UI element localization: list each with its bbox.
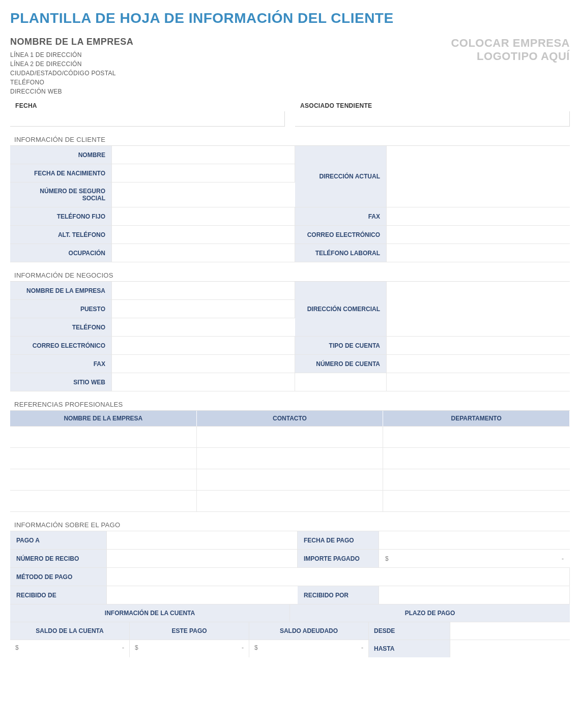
to-input[interactable] xyxy=(450,640,570,657)
biz-website-label: SITIO WEB xyxy=(10,373,112,391)
client-address-input[interactable] xyxy=(387,146,570,207)
biz-phone-input[interactable] xyxy=(112,318,295,337)
ref-hdr-contact: CONTACTO xyxy=(197,411,384,427)
biz-company-label: NOMBRE DE LA EMPRESA xyxy=(10,282,112,300)
biz-phone-label: TELÉFONO xyxy=(10,318,112,337)
amount-paid-input[interactable]: $ - xyxy=(379,549,570,567)
client-email-input[interactable] xyxy=(387,226,570,244)
pay-date-input[interactable] xyxy=(379,531,570,549)
received-by-input[interactable] xyxy=(379,586,570,604)
biz-blank-1 xyxy=(295,373,387,391)
owed-label: SALDO ADEUDADO xyxy=(249,622,369,640)
biz-fax-input[interactable] xyxy=(112,355,295,373)
client-altphone-label: ALT. TELÉFONO xyxy=(10,226,112,244)
ref-hdr-company: NOMBRE DE LA EMPRESA xyxy=(10,411,197,427)
ref-row-2-department[interactable] xyxy=(383,448,570,469)
to-label: HASTA xyxy=(369,640,450,657)
business-info-grid: NOMBRE DE LA EMPRESA DIRECCIÓN COMERCIAL… xyxy=(10,281,570,391)
pay-to-input[interactable] xyxy=(107,531,298,549)
client-info-grid: NOMBRE DIRECCIÓN ACTUAL FECHA DE NACIMIE… xyxy=(10,145,570,262)
received-from-input[interactable] xyxy=(107,586,298,604)
company-block: NOMBRE DE LA EMPRESA LÍNEA 1 DE DIRECCIÓ… xyxy=(10,37,451,97)
ref-row-3-contact[interactable] xyxy=(197,469,384,491)
client-fax-label: FAX xyxy=(295,207,387,226)
ref-row-4-contact[interactable] xyxy=(197,491,384,512)
ref-row-2-company[interactable] xyxy=(10,448,197,469)
biz-address-input[interactable] xyxy=(387,282,570,337)
ref-row-3-company[interactable] xyxy=(10,469,197,491)
section-client-info: INFORMACIÓN DE CLIENTE xyxy=(14,136,570,143)
received-from-label: RECIBIDO DE xyxy=(10,586,107,604)
amount-paid-suffix: - xyxy=(562,555,564,562)
biz-address-label: DIRECCIÓN COMERCIAL xyxy=(295,282,387,337)
client-address-label: DIRECCIÓN ACTUAL xyxy=(295,146,387,207)
logo-placeholder: COLOCAR EMPRESA LOGOTIPO AQUÍ xyxy=(451,37,570,64)
client-workphone-input[interactable] xyxy=(387,244,570,262)
client-ssn-input[interactable] xyxy=(112,183,295,207)
amount-paid-prefix: $ xyxy=(385,555,389,562)
from-input[interactable] xyxy=(450,622,570,640)
this-payment-label: ESTE PAGO xyxy=(130,622,249,640)
this-payment-input[interactable]: $ - xyxy=(130,640,249,657)
top-fields: FECHA ASOCIADO TENDIENTE xyxy=(10,102,570,127)
biz-accttype-input[interactable] xyxy=(387,337,570,355)
associate-input[interactable] xyxy=(295,111,570,127)
logo-line-2: LOGOTIPO AQUÍ xyxy=(451,50,570,63)
amount-paid-label: IMPORTE PAGADO xyxy=(298,549,379,567)
date-label: FECHA xyxy=(15,102,285,109)
client-landline-input[interactable] xyxy=(112,207,295,226)
section-references: REFERENCIAS PROFESIONALES xyxy=(14,401,570,408)
associate-label: ASOCIADO TENDIENTE xyxy=(300,102,570,109)
account-info-header: INFORMACIÓN DE LA CUENTA xyxy=(10,604,290,622)
client-workphone-label: TELÉFONO LABORAL xyxy=(295,244,387,262)
company-name: NOMBRE DE LA EMPRESA xyxy=(10,37,451,47)
biz-email-label: CORREO ELECTRÓNICO xyxy=(10,337,112,355)
client-dob-input[interactable] xyxy=(112,164,295,183)
client-landline-label: TELÉFONO FIJO xyxy=(10,207,112,226)
receipt-no-input[interactable] xyxy=(107,549,298,567)
ref-row-1-company[interactable] xyxy=(10,427,197,448)
balance-input[interactable]: $ - xyxy=(10,640,130,657)
page-title: PLANTILLA DE HOJA DE INFORMACIÓN DEL CLI… xyxy=(10,10,570,26)
company-phone: TELÉFONO xyxy=(10,79,451,86)
ref-row-2-contact[interactable] xyxy=(197,448,384,469)
ref-row-4-department[interactable] xyxy=(383,491,570,512)
biz-position-input[interactable] xyxy=(112,300,295,318)
owed-input[interactable]: $ - xyxy=(249,640,369,657)
biz-website-input[interactable] xyxy=(112,373,295,391)
section-business-info: INFORMACIÓN DE NEGOCIOS xyxy=(14,271,570,279)
biz-company-input[interactable] xyxy=(112,282,295,300)
client-fax-input[interactable] xyxy=(387,207,570,226)
company-city-state-zip: CIUDAD/ESTADO/CÓDIGO POSTAL xyxy=(10,70,451,77)
biz-fax-label: FAX xyxy=(10,355,112,373)
ref-row-1-contact[interactable] xyxy=(197,427,384,448)
header-block: NOMBRE DE LA EMPRESA LÍNEA 1 DE DIRECCIÓ… xyxy=(10,37,570,97)
client-altphone-input[interactable] xyxy=(112,226,295,244)
money-suffix: - xyxy=(361,644,363,653)
date-input[interactable] xyxy=(10,111,285,127)
method-input[interactable] xyxy=(107,567,570,586)
money-prefix: $ xyxy=(254,644,258,653)
biz-acctnum-input[interactable] xyxy=(387,355,570,373)
client-dob-label: FECHA DE NACIMIENTO xyxy=(10,164,112,183)
balance-label: SALDO DE LA CUENTA xyxy=(10,622,130,640)
client-name-input[interactable] xyxy=(112,146,295,164)
biz-blank-2 xyxy=(387,373,570,391)
from-label: DESDE xyxy=(369,622,450,640)
client-occupation-input[interactable] xyxy=(112,244,295,262)
payment-subheaders: INFORMACIÓN DE LA CUENTA PLAZO DE PAGO xyxy=(10,604,570,622)
client-ssn-label: NÚMERO DE SEGURO SOCIAL xyxy=(10,183,112,207)
ref-row-1-department[interactable] xyxy=(383,427,570,448)
method-label: MÉTODO DE PAGO xyxy=(10,567,107,586)
ref-row-3-department[interactable] xyxy=(383,469,570,491)
logo-line-1: COLOCAR EMPRESA xyxy=(451,37,570,50)
company-address-2: LÍNEA 2 DE DIRECCIÓN xyxy=(10,60,451,68)
account-headers-row: SALDO DE LA CUENTA ESTE PAGO SALDO ADEUD… xyxy=(10,622,570,640)
company-web: DIRECCIÓN WEB xyxy=(10,88,451,95)
biz-email-input[interactable] xyxy=(112,337,295,355)
company-address-1: LÍNEA 1 DE DIRECCIÓN xyxy=(10,51,451,58)
client-email-label: CORREO ELECTRÓNICO xyxy=(295,226,387,244)
account-values-row: $ - $ - $ - HASTA xyxy=(10,640,570,657)
ref-row-4-company[interactable] xyxy=(10,491,197,512)
money-suffix: - xyxy=(122,644,124,653)
